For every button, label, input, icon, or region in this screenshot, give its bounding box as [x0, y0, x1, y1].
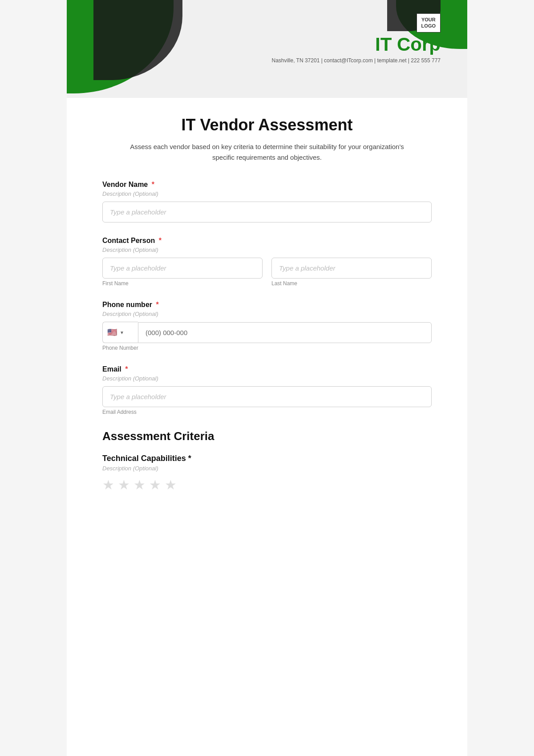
email-description: Description (Optional) [102, 375, 432, 382]
phone-number-section: Phone number * Description (Optional) 🇺🇸… [102, 301, 432, 351]
last-name-sublabel: Last Name [271, 280, 432, 287]
country-select[interactable]: 🇺🇸 ▼ [102, 322, 138, 343]
phone-row: 🇺🇸 ▼ [102, 322, 432, 343]
phone-input[interactable] [138, 322, 432, 343]
form-description: Assess each vendor based on key criteria… [129, 141, 405, 163]
vendor-name-description: Description (Optional) [102, 190, 432, 197]
first-name-input[interactable] [102, 258, 263, 279]
country-flag: 🇺🇸 [107, 327, 117, 337]
chevron-down-icon: ▼ [120, 330, 124, 335]
contact-person-label: Contact Person * [102, 237, 432, 245]
first-name-wrap: First Name [102, 258, 263, 287]
email-sublabel: Email Address [102, 409, 432, 415]
phone-sublabel: Phone Number [102, 345, 432, 351]
star-3[interactable]: ★ [134, 477, 146, 493]
header-black-shape [93, 0, 182, 80]
technical-capabilities-description: Description (Optional) [102, 465, 432, 472]
header: YOUR LOGO IT Corp Nashville, TN 37201 | … [67, 0, 467, 98]
star-1[interactable]: ★ [102, 477, 114, 493]
star-5[interactable]: ★ [165, 477, 177, 493]
last-name-input[interactable] [271, 258, 432, 279]
vendor-name-section: Vendor Name * Description (Optional) [102, 181, 432, 222]
stars-row: ★ ★ ★ ★ ★ [102, 477, 432, 493]
phone-description: Description (Optional) [102, 311, 432, 317]
star-4[interactable]: ★ [149, 477, 161, 493]
assessment-criteria-section: Assessment Criteria Technical Capabiliti… [102, 429, 432, 493]
assessment-criteria-heading: Assessment Criteria [102, 429, 432, 443]
logo-box: YOUR LOGO [417, 13, 441, 32]
main-content: IT Vendor Assessment Assess each vendor … [67, 98, 467, 534]
vendor-name-label: Vendor Name * [102, 181, 432, 189]
header-right: YOUR LOGO IT Corp Nashville, TN 37201 | … [271, 13, 441, 64]
contact-person-description: Description (Optional) [102, 247, 432, 253]
phone-label: Phone number * [102, 301, 432, 309]
last-name-wrap: Last Name [271, 258, 432, 287]
first-name-sublabel: First Name [102, 280, 263, 287]
contact-person-required: * [159, 237, 162, 244]
technical-capabilities-required: * [188, 454, 191, 463]
form-title: IT Vendor Assessment [102, 116, 432, 134]
email-required: * [125, 365, 128, 373]
contact-person-two-col: First Name Last Name [102, 258, 432, 287]
email-label: Email * [102, 365, 432, 373]
company-name: IT Corp [271, 35, 441, 54]
phone-required: * [156, 301, 158, 308]
technical-capabilities-label: Technical Capabilities * [102, 454, 432, 463]
logo-text-line1: YOUR [421, 17, 436, 22]
vendor-name-required: * [152, 181, 154, 188]
email-section: Email * Description (Optional) Email Add… [102, 365, 432, 415]
company-info: Nashville, TN 37201 | contact@ITcorp.com… [271, 57, 441, 64]
email-input[interactable] [102, 386, 432, 407]
page: YOUR LOGO IT Corp Nashville, TN 37201 | … [67, 0, 467, 756]
logo-text-line2: LOGO [421, 23, 436, 28]
technical-capabilities-subsection: Technical Capabilities * Description (Op… [102, 454, 432, 493]
vendor-name-input[interactable] [102, 202, 432, 222]
contact-person-section: Contact Person * Description (Optional) … [102, 237, 432, 287]
star-2[interactable]: ★ [118, 477, 130, 493]
